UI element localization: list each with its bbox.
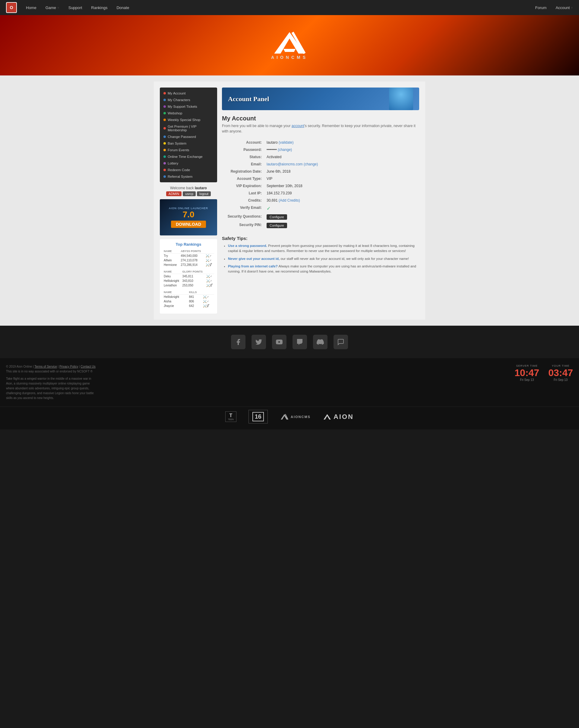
age-rating-logo: 16 <box>248 410 268 423</box>
navbar: O Home Game ▾ Support Rankings Donate Fo… <box>0 0 579 15</box>
security-pin-label: Security PIN: <box>222 221 264 230</box>
site-logo[interactable]: O <box>6 2 17 13</box>
download-box[interactable]: AION ONLINE LAUNCHER 7.0 DOWNLOAD <box>160 199 217 235</box>
vip-exp-value: September 10th, 2018 <box>264 182 419 189</box>
your-time-date: Fri Sep 13 <box>548 378 573 382</box>
list-item: Never give out your account id, our staf… <box>228 256 419 261</box>
content-container: My Account My Characters My Support Tick… <box>154 81 425 320</box>
account-id-link[interactable]: Never give out your account id, <box>228 257 280 260</box>
table-row: Last IP: 184.152.73.239 <box>222 189 419 197</box>
privacy-link[interactable]: Privacy Policy <box>59 365 78 368</box>
usrcp-button[interactable]: usrcp <box>183 191 196 196</box>
youtube-icon[interactable] <box>272 335 286 349</box>
logo-icon: O <box>10 5 13 10</box>
dot-icon <box>163 105 166 108</box>
dot-icon <box>163 162 166 164</box>
sidebar-item-support-tickets[interactable]: My Support Tickets <box>160 103 217 110</box>
safety-list: Use a strong password. Prevent people fr… <box>222 243 419 274</box>
credits-label: Credits: <box>222 197 264 204</box>
glory-rankings: NAME GLORY POINTS Deku 345,811 ⚔️♂ <box>163 269 214 288</box>
acctype-label: Account Type: <box>222 175 264 182</box>
internet-cafe-link[interactable]: Playing from an internet cafe? <box>228 264 278 268</box>
sidebar-item-my-account[interactable]: My Account <box>160 90 217 97</box>
nav-account[interactable]: Account <box>555 5 570 10</box>
validate-link[interactable]: (validate) <box>279 140 294 145</box>
sidebar-item-lottery[interactable]: Lottery <box>160 160 217 166</box>
table-row: Deku 345,811 ⚔️♂ <box>163 274 214 279</box>
status-label: Status: <box>222 153 264 161</box>
sidebar-item-vip[interactable]: Get Premium | VIP Membership <box>160 123 217 133</box>
nav-game[interactable]: Game <box>46 5 56 10</box>
download-version: 7.0 <box>169 210 208 219</box>
security-q-button[interactable]: Configure <box>267 214 287 220</box>
security-q-label: Security Questions: <box>222 213 264 221</box>
tip-text-2: our staff will never ask for your accoun… <box>280 257 409 260</box>
panel-title: Account Panel <box>228 95 269 103</box>
download-button[interactable]: DOWNLOAD <box>171 220 206 228</box>
sidebar-item-change-password[interactable]: Change Password <box>160 133 217 140</box>
dot-icon <box>163 149 166 151</box>
sidebar-item-forum-events[interactable]: Forum Events <box>160 147 217 153</box>
nav-forum[interactable]: Forum <box>535 5 547 10</box>
download-text: AION ONLINE LAUNCHER 7.0 DOWNLOAD <box>169 207 208 228</box>
table-row: Account Type: VIP <box>222 175 419 182</box>
sidebar-item-redeem-code[interactable]: Redeem Code <box>160 166 217 173</box>
aion-footer-logo: AION <box>323 413 354 421</box>
nav-home[interactable]: Home <box>26 5 36 10</box>
table-row: Try 494,540,000 ⚔️♂ <box>163 254 214 258</box>
account-link[interactable]: account <box>292 124 304 128</box>
security-pin-button[interactable]: Configure <box>267 223 287 228</box>
chat-icon[interactable] <box>333 335 348 349</box>
nav-links: Home Game ▾ Support Rankings Donate <box>26 5 129 10</box>
rankings-box: Top Rankings NAME ABYSS POINTS <box>160 239 217 314</box>
svg-marker-1 <box>283 49 296 52</box>
sidebar-item-time-exchange[interactable]: Online Time Exchange <box>160 153 217 160</box>
svg-marker-6 <box>324 414 331 419</box>
email-link[interactable]: lautaro@aioncms.com <box>267 162 303 166</box>
table-row: Hellisknight 343,810 ⚔️♂ <box>163 279 214 283</box>
social-bar <box>0 326 579 358</box>
email-change-link[interactable]: (change) <box>304 162 318 166</box>
dot-icon <box>163 112 166 114</box>
add-credits-link[interactable]: (Add Credits) <box>279 198 300 203</box>
dot-icon <box>163 169 166 171</box>
tos-link[interactable]: Terms of Service <box>34 365 57 368</box>
discord-icon[interactable] <box>313 335 328 349</box>
admin-button[interactable]: ADMIN <box>166 191 182 196</box>
table-row: Status: Activated <box>222 153 419 161</box>
sidebar-item-webshop[interactable]: Webshop <box>160 110 217 116</box>
nav-donate[interactable]: Donate <box>116 5 129 10</box>
account-value: lautaro (validate) <box>264 139 419 146</box>
sidebar-item-my-characters[interactable]: My Characters <box>160 97 217 103</box>
sidebar-item-weekly-shop[interactable]: Weekly Special Shop <box>160 116 217 123</box>
contact-link[interactable]: Contact Us <box>81 365 95 368</box>
strong-password-link[interactable]: Use a strong password. <box>228 244 267 248</box>
table-row: Verify Email: ✓ <box>222 204 419 213</box>
aion-text: AION <box>333 413 354 421</box>
sidebar-item-referral[interactable]: Referral System <box>160 173 217 180</box>
table-row: Hellisknight 841 ⚔️♂ <box>163 294 214 300</box>
facebook-icon[interactable] <box>231 335 246 349</box>
table-row: Jhaycie 642 ⚔️⚥ <box>163 304 214 308</box>
dot-icon <box>163 135 166 138</box>
password-change-link[interactable]: (change) <box>278 148 292 152</box>
sidebar-item-ban-system[interactable]: Ban System <box>160 140 217 147</box>
footer-text-block: © 2019 Aion Online | Terms of Service | … <box>6 364 96 400</box>
email-value: lautaro@aioncms.com (change) <box>264 161 419 168</box>
twitch-icon[interactable] <box>293 335 307 349</box>
logout-button[interactable]: logout <box>197 191 211 196</box>
footer-description: Take flight as a winged warrior in the m… <box>6 376 96 400</box>
abyss-col-points: ABYSS POINTS <box>180 249 205 254</box>
dot-icon <box>163 155 166 158</box>
password-value: •••••••• (change) <box>264 146 419 153</box>
nav-support[interactable]: Support <box>68 5 82 10</box>
footer-bottom: © 2019 Aion Online | Terms of Service | … <box>0 358 579 407</box>
nav-rankings[interactable]: Rankings <box>91 5 107 10</box>
table-row: Credits: 30,691 (Add Credits) <box>222 197 419 204</box>
kills-col-points: KILLS <box>188 290 202 294</box>
lastip-value: 184.152.73.239 <box>264 189 419 197</box>
twitter-icon[interactable] <box>251 335 266 349</box>
regdate-label: Registration Date: <box>222 168 264 175</box>
server-time-value: 10:47 <box>515 368 539 378</box>
footer-time: SERVER TIME 10:47 Fri Sep 13 YOUR TIME 0… <box>515 364 573 382</box>
